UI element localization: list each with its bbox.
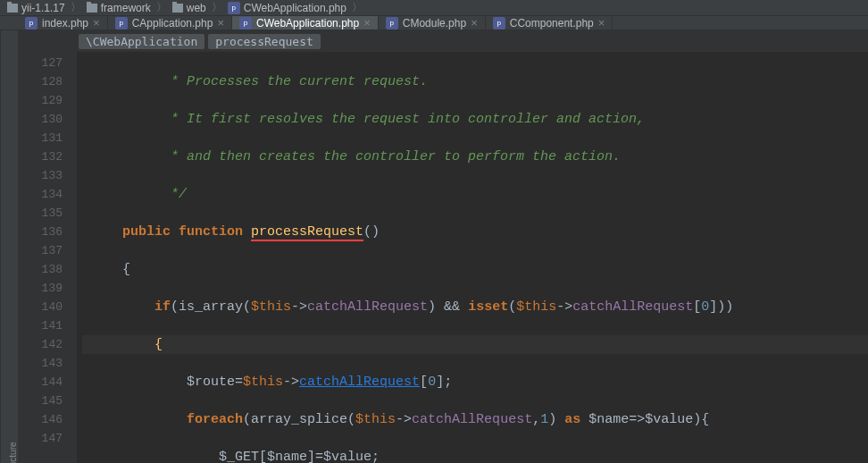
line-gutter: 1271281291301311321331341351361371381391… [18,52,77,463]
tab-file-active[interactable]: CWebApplication.php× [232,16,379,29]
close-icon[interactable]: × [471,16,478,29]
breadcrumb-item[interactable]: framework [83,2,154,14]
php-file-icon [25,17,38,29]
php-file-icon [115,17,128,29]
tab-file[interactable]: CComponent.php× [486,16,613,29]
close-icon[interactable]: × [93,16,100,29]
php-file-icon [386,17,398,29]
tab-file[interactable]: index.php× [18,16,108,29]
code-breadcrumb: \CWebApplication processRequest [18,30,868,52]
close-icon[interactable]: × [598,16,605,29]
php-file-icon [228,2,240,14]
breadcrumb-item[interactable]: CWebApplication.php [224,2,350,14]
editor-tabs: index.php× CApplication.php× CWebApplica… [0,16,868,30]
folder-icon [7,4,18,13]
chevron-right-icon: 〉 [69,0,83,15]
code-area[interactable]: * Processes the current request. * It fi… [77,52,868,463]
close-icon[interactable]: × [217,16,224,29]
breadcrumb-method[interactable]: processRequest [208,34,321,49]
breadcrumb-item[interactable]: web [169,2,210,14]
breadcrumb-class[interactable]: \CWebApplication [79,34,204,49]
chevron-right-icon: 〉 [350,0,364,15]
php-file-icon [239,17,252,29]
chevron-right-icon: 〉 [154,0,169,15]
tab-file[interactable]: CApplication.php× [108,16,232,29]
folder-icon [87,4,97,13]
tab-file[interactable]: CModule.php× [379,16,486,29]
breadcrumb-item[interactable]: yii-1.1.17 [4,2,69,14]
php-file-icon [493,17,505,29]
close-icon[interactable]: × [363,16,371,29]
code-editor[interactable]: 1271281291301311321331341351361371381391… [18,52,868,463]
folder-icon [172,4,183,13]
sidebar-item-structure[interactable]: Structure [8,442,18,463]
chevron-right-icon: 〉 [210,0,224,15]
breadcrumb-bar: yii-1.1.17 〉 framework 〉 web 〉 CWebAppli… [0,0,868,16]
tool-window-bar: Structure Project [0,30,18,463]
